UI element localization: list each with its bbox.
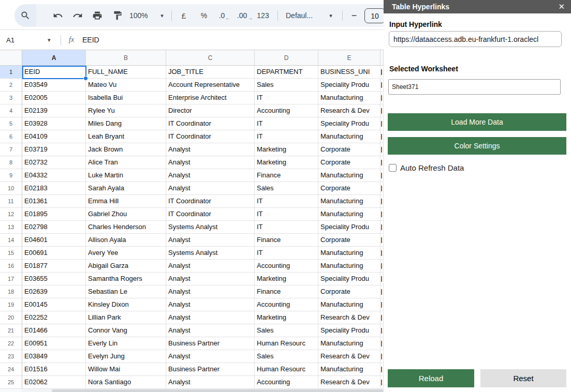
cell-D10[interactable]: Sales [255,182,318,195]
cell-D5[interactable]: IT [255,117,318,130]
font-size-input[interactable]: 10 [364,8,384,23]
cell-C6[interactable]: IT Coordinator [166,130,255,143]
cell-D3[interactable]: IT [255,92,318,104]
row-header-15[interactable]: 15 [0,247,22,260]
cell-D20[interactable]: Marketing [255,311,318,324]
row-header-11[interactable]: 11 [0,195,22,208]
cell-A7[interactable]: E03719 [22,143,86,156]
cell-B6[interactable]: Leah Bryant [86,130,166,143]
row-header-13[interactable]: 13 [0,221,22,234]
cell-A16[interactable]: E01877 [22,260,86,273]
cell-D18[interactable]: Finance [255,285,318,298]
cell-C5[interactable]: IT Coordinator [166,117,255,130]
cell-E6[interactable]: Manufacturing [318,130,380,143]
increase-decimal-button[interactable]: .00→ [236,4,254,27]
load-more-data-button[interactable]: Load More Data [388,113,566,131]
column-header-C[interactable]: C [166,50,255,66]
cell-A21[interactable]: E01466 [22,324,86,337]
cell-B19[interactable]: Kinsley Dixon [86,298,166,311]
cell-A9[interactable]: E04332 [22,169,86,182]
cell-E15[interactable]: Manufacturing [318,247,380,260]
row-header-23[interactable]: 23 [0,350,22,363]
cell-B20[interactable]: Lillian Park [86,311,166,324]
cell-B21[interactable]: Connor Vang [86,324,166,337]
cell-A6[interactable]: E04109 [22,130,86,143]
row-header-4[interactable]: 4 [0,104,22,117]
column-header-A[interactable]: A [22,50,86,66]
cell-B25[interactable]: Nora Santiago [86,376,166,389]
horizontal-scrollbar-thumb[interactable] [52,389,384,392]
redo-button[interactable] [71,4,84,27]
currency-format-button[interactable]: £ [179,4,188,27]
cell-D11[interactable]: IT [255,195,318,208]
zoom-dropdown-icon[interactable]: ▾ [158,4,166,27]
cell-B14[interactable]: Allison Ayala [86,234,166,247]
cell-D23[interactable]: Sales [255,350,318,363]
cell-B13[interactable]: Charles Henderson [86,221,166,234]
cell-E10[interactable]: Corporate [318,182,380,195]
cell-E20[interactable]: Research & Dev [318,311,380,324]
cell-E3[interactable]: Manufacturing [318,92,380,104]
cell-B15[interactable]: Avery Yee [86,247,166,260]
cell-C22[interactable]: Business Partner [166,337,255,350]
row-header-17[interactable]: 17 [0,273,22,285]
cell-D19[interactable]: Accounting [255,298,318,311]
cell-C7[interactable]: Analyst [166,143,255,156]
cell-A19[interactable]: E00145 [22,298,86,311]
cell-C14[interactable]: Analyst [166,234,255,247]
cell-C2[interactable]: Account Representative [166,79,255,92]
cell-D24[interactable]: Human Resourc [255,363,318,376]
cell-C12[interactable]: IT Coordinator [166,208,255,221]
row-header-19[interactable]: 19 [0,298,22,311]
cell-A1[interactable]: EEID [22,66,86,79]
cell-D21[interactable]: Sales [255,324,318,337]
cell-D1[interactable]: DEPARTMENT [255,66,318,79]
cell-B22[interactable]: Everly Lin [86,337,166,350]
cell-B7[interactable]: Jack Brown [86,143,166,156]
row-header-7[interactable]: 7 [0,143,22,156]
column-header-E[interactable]: E [318,50,380,66]
cell-A3[interactable]: E02005 [22,92,86,104]
cell-B2[interactable]: Mateo Vu [86,79,166,92]
row-header-14[interactable]: 14 [0,234,22,247]
cell-E4[interactable]: Research & Dev [318,104,380,117]
cell-A17[interactable]: E03655 [22,273,86,285]
cell-B9[interactable]: Luke Martin [86,169,166,182]
cell-C25[interactable]: Analyst [166,376,255,389]
row-header-6[interactable]: 6 [0,130,22,143]
cell-A5[interactable]: E03928 [22,117,86,130]
cell-A2[interactable]: E03549 [22,79,86,92]
cell-A8[interactable]: E02732 [22,156,86,169]
more-formats-button[interactable]: 123 [256,4,270,27]
cell-A10[interactable]: E02183 [22,182,86,195]
cell-E16[interactable]: Manufacturing [318,260,380,273]
color-settings-button[interactable]: Color Settings [388,137,566,155]
row-header-25[interactable]: 25 [0,376,22,389]
cell-E17[interactable]: Speciality Produ [318,273,380,285]
cell-E13[interactable]: Speciality Produ [318,221,380,234]
cell-B1[interactable]: FULL_NAME [86,66,166,79]
search-button[interactable] [14,4,36,27]
column-header-B[interactable]: B [86,50,166,66]
cell-B18[interactable]: Sebastian Le [86,285,166,298]
row-header-10[interactable]: 10 [0,182,22,195]
row-header-3[interactable]: 3 [0,92,22,104]
row-header-1[interactable]: 1 [0,66,22,79]
cell-A4[interactable]: E02139 [22,104,86,117]
decrease-font-size-button[interactable]: − [349,4,359,27]
cell-D6[interactable]: IT [255,130,318,143]
cell-D4[interactable]: Accounting [255,104,318,117]
decrease-decimal-button[interactable]: .0← [217,4,232,27]
cell-B4[interactable]: Rylee Yu [86,104,166,117]
cell-C10[interactable]: Analyst [166,182,255,195]
cell-D8[interactable]: Marketing [255,156,318,169]
cell-A18[interactable]: E02639 [22,285,86,298]
cell-E24[interactable]: Manufacturing [318,363,380,376]
cell-B12[interactable]: Gabriel Zhou [86,208,166,221]
row-header-16[interactable]: 16 [0,260,22,273]
cell-A22[interactable]: E00951 [22,337,86,350]
row-header-22[interactable]: 22 [0,337,22,350]
hyperlink-input[interactable]: https://dataaccess.adb.eu-frankfurt-1.or… [389,31,562,47]
cell-B16[interactable]: Abigail Garza [86,260,166,273]
cell-E11[interactable]: Manufacturing [318,195,380,208]
